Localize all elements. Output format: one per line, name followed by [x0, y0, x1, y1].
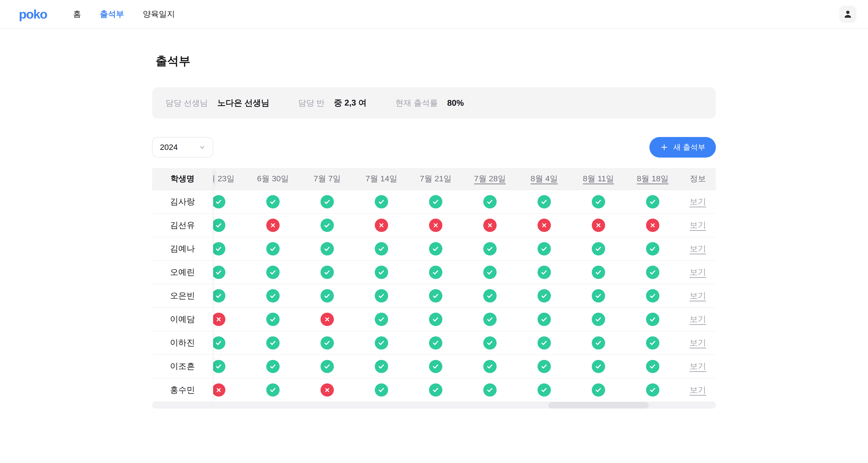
attendance-present-icon[interactable]	[537, 360, 551, 373]
attendance-present-icon[interactable]	[592, 313, 605, 326]
attendance-present-icon[interactable]	[646, 289, 659, 303]
attendance-present-icon[interactable]	[375, 266, 388, 279]
attendance-present-icon[interactable]	[537, 242, 551, 255]
attendance-present-icon[interactable]	[483, 266, 497, 279]
view-details-link[interactable]: 보기	[689, 243, 706, 254]
attendance-present-icon[interactable]	[537, 289, 551, 303]
attendance-present-icon[interactable]	[429, 195, 442, 209]
attendance-present-icon[interactable]	[646, 266, 659, 279]
attendance-present-icon[interactable]	[375, 383, 388, 397]
attendance-present-icon[interactable]	[266, 383, 280, 397]
attendance-present-icon[interactable]	[483, 360, 497, 373]
attendance-present-icon[interactable]	[213, 219, 225, 232]
attendance-present-icon[interactable]	[266, 289, 280, 303]
attendance-present-icon[interactable]	[429, 360, 442, 373]
attendance-absent-icon[interactable]	[646, 219, 659, 232]
attendance-present-icon[interactable]	[592, 360, 605, 373]
nav-item-home[interactable]: 홈	[73, 9, 81, 20]
attendance-present-icon[interactable]	[646, 383, 659, 397]
attendance-absent-icon[interactable]	[429, 219, 442, 232]
view-details-link[interactable]: 보기	[689, 290, 706, 301]
view-details-link[interactable]: 보기	[689, 196, 706, 207]
attendance-present-icon[interactable]	[429, 383, 442, 397]
attendance-present-icon[interactable]	[592, 266, 605, 279]
attendance-present-icon[interactable]	[429, 289, 442, 303]
date-column-header[interactable]: 8월 11일	[571, 168, 625, 190]
scrollbar-thumb[interactable]	[548, 402, 649, 408]
attendance-present-icon[interactable]	[266, 195, 280, 209]
date-column-header[interactable]: 7월 28일	[463, 168, 517, 190]
attendance-present-icon[interactable]	[429, 336, 442, 350]
attendance-present-icon[interactable]	[266, 313, 280, 326]
attendance-absent-icon[interactable]	[320, 383, 334, 397]
attendance-present-icon[interactable]	[213, 336, 225, 350]
attendance-present-icon[interactable]	[320, 289, 334, 303]
attendance-present-icon[interactable]	[483, 313, 497, 326]
view-details-link[interactable]: 보기	[689, 314, 706, 325]
new-attendance-button[interactable]: 새 출석부	[649, 137, 716, 158]
attendance-present-icon[interactable]	[266, 336, 280, 350]
nav-item-journal[interactable]: 양육일지	[143, 9, 175, 20]
attendance-present-icon[interactable]	[537, 195, 551, 209]
attendance-present-icon[interactable]	[537, 336, 551, 350]
date-column-header[interactable]: 8월 4일	[517, 168, 571, 190]
date-column-header[interactable]: 8월 18일	[625, 168, 680, 190]
attendance-present-icon[interactable]	[213, 242, 225, 255]
attendance-present-icon[interactable]	[483, 336, 497, 350]
attendance-present-icon[interactable]	[213, 266, 225, 279]
attendance-present-icon[interactable]	[483, 242, 497, 255]
attendance-present-icon[interactable]	[375, 313, 388, 326]
attendance-absent-icon[interactable]	[213, 383, 225, 397]
attendance-present-icon[interactable]	[320, 266, 334, 279]
attendance-present-icon[interactable]	[592, 383, 605, 397]
attendance-present-icon[interactable]	[213, 360, 225, 373]
view-details-link[interactable]: 보기	[689, 267, 706, 278]
year-select[interactable]: 2024	[152, 137, 213, 158]
attendance-present-icon[interactable]	[646, 195, 659, 209]
nav-item-attendance[interactable]: 출석부	[100, 9, 124, 20]
logo[interactable]: poko	[19, 7, 47, 22]
attendance-present-icon[interactable]	[320, 195, 334, 209]
attendance-present-icon[interactable]	[375, 336, 388, 350]
attendance-present-icon[interactable]	[266, 242, 280, 255]
attendance-present-icon[interactable]	[375, 195, 388, 209]
horizontal-scrollbar[interactable]	[152, 402, 716, 408]
attendance-absent-icon[interactable]	[213, 313, 225, 326]
attendance-present-icon[interactable]	[320, 336, 334, 350]
attendance-present-icon[interactable]	[429, 242, 442, 255]
attendance-present-icon[interactable]	[646, 360, 659, 373]
attendance-present-icon[interactable]	[320, 242, 334, 255]
attendance-present-icon[interactable]	[537, 266, 551, 279]
view-details-link[interactable]: 보기	[689, 384, 706, 396]
attendance-present-icon[interactable]	[375, 242, 388, 255]
attendance-absent-icon[interactable]	[537, 219, 551, 232]
view-details-link[interactable]: 보기	[689, 220, 706, 231]
attendance-present-icon[interactable]	[483, 195, 497, 209]
attendance-absent-icon[interactable]	[266, 219, 280, 232]
attendance-present-icon[interactable]	[375, 289, 388, 303]
attendance-present-icon[interactable]	[320, 360, 334, 373]
attendance-present-icon[interactable]	[266, 266, 280, 279]
attendance-present-icon[interactable]	[320, 219, 334, 232]
attendance-present-icon[interactable]	[429, 313, 442, 326]
attendance-present-icon[interactable]	[592, 336, 605, 350]
attendance-present-icon[interactable]	[375, 360, 388, 373]
attendance-present-icon[interactable]	[483, 383, 497, 397]
attendance-absent-icon[interactable]	[483, 219, 497, 232]
attendance-absent-icon[interactable]	[320, 313, 334, 326]
attendance-present-icon[interactable]	[646, 242, 659, 255]
attendance-absent-icon[interactable]	[592, 219, 605, 232]
attendance-present-icon[interactable]	[213, 195, 225, 209]
attendance-present-icon[interactable]	[592, 289, 605, 303]
attendance-present-icon[interactable]	[646, 313, 659, 326]
view-details-link[interactable]: 보기	[689, 337, 706, 348]
attendance-present-icon[interactable]	[213, 289, 225, 303]
attendance-present-icon[interactable]	[646, 336, 659, 350]
view-details-link[interactable]: 보기	[689, 361, 706, 372]
attendance-present-icon[interactable]	[537, 313, 551, 326]
user-avatar-button[interactable]	[839, 6, 857, 23]
attendance-absent-icon[interactable]	[375, 219, 388, 232]
attendance-present-icon[interactable]	[537, 383, 551, 397]
attendance-present-icon[interactable]	[266, 360, 280, 373]
attendance-present-icon[interactable]	[429, 266, 442, 279]
